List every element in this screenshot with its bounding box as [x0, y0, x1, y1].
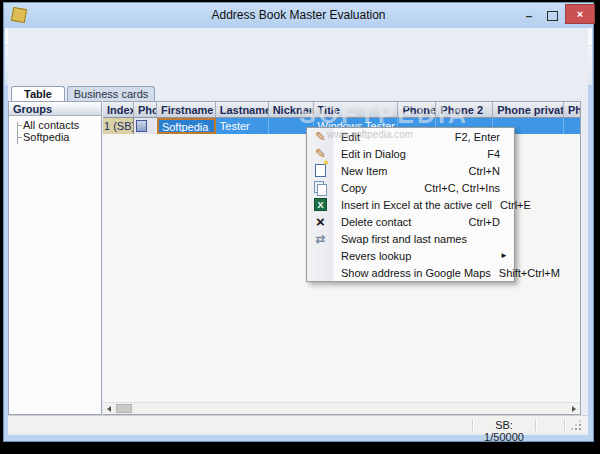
excel-icon: X [314, 198, 327, 211]
context-menu-item[interactable]: X Insert in Excel at the active cell Ctr… [307, 196, 514, 213]
submenu-arrow-icon: ► [500, 251, 508, 260]
context-menu: Edit F2, Enter Edit in Dialog F4 New Ite… [306, 127, 515, 282]
cell-firstname-selected[interactable]: Softpedia [157, 118, 216, 134]
groups-tree: All contactsSoftpedia [9, 116, 101, 143]
context-menu-item[interactable]: Revers lookup ► [307, 247, 514, 264]
horizontal-scrollbar[interactable] [103, 402, 580, 414]
minimize-button[interactable]: – [520, 9, 538, 23]
column-header-nickname[interactable]: Nickname [269, 102, 314, 117]
scroll-left-icon [107, 406, 111, 412]
statusbar-divider [564, 419, 566, 431]
maximize-button[interactable] [543, 9, 561, 23]
contact-photo-icon [136, 120, 147, 132]
window-title: Address Book Master Evaluation [4, 8, 593, 22]
edit-icon [315, 129, 326, 144]
column-header-phone2[interactable]: Phone 2 [436, 102, 493, 117]
column-header-index[interactable]: Index [103, 102, 134, 117]
scroll-right-button[interactable] [568, 403, 580, 414]
group-item-all-contacts[interactable]: All contacts [9, 120, 101, 131]
context-menu-item[interactable]: Show address in Google Maps Shift+Ctrl+M [307, 264, 514, 281]
cell-photo[interactable] [134, 118, 157, 134]
column-header-firstname[interactable]: Firstname [157, 102, 216, 117]
app-window: Address Book Master Evaluation – × FileE… [3, 2, 594, 442]
statusbar-divider [535, 419, 537, 431]
groups-panel: Groups All contactsSoftpedia [8, 101, 102, 415]
column-header-photo[interactable]: Pho [134, 102, 157, 117]
cell-phone-more[interactable] [564, 118, 580, 134]
group-item-softpedia[interactable]: Softpedia [9, 132, 101, 143]
titlebar: Address Book Master Evaluation – × [4, 3, 593, 28]
resize-grip[interactable] [571, 420, 581, 430]
column-header-phone[interactable]: Phone [398, 102, 436, 117]
scroll-left-button[interactable] [103, 403, 115, 414]
tab-business-cards[interactable]: Business cards [67, 86, 155, 101]
context-menu-item[interactable]: Copy Ctrl+C, Ctrl+Ins [307, 179, 514, 196]
delete-icon [316, 213, 325, 230]
screen: Address Book Master Evaluation – × FileE… [0, 0, 600, 454]
context-menu-item[interactable]: New Item Ctrl+N [307, 162, 514, 179]
column-header-phone-more[interactable]: Pho [564, 102, 580, 117]
maximize-icon [547, 11, 558, 21]
statusbar-divider [472, 419, 474, 431]
column-header-lastname[interactable]: Lastname [216, 102, 269, 117]
new-item-icon [315, 164, 326, 177]
cell-lastname[interactable]: Tester [216, 118, 269, 134]
scroll-right-icon [572, 406, 576, 412]
groups-panel-header: Groups [9, 102, 101, 116]
record-indicator: SB: 1/50000 [476, 419, 532, 443]
scrollbar-thumb[interactable] [116, 404, 132, 413]
swap-icon [315, 232, 325, 246]
close-button[interactable]: × [565, 4, 595, 24]
context-menu-item[interactable]: Swap first and last names [307, 230, 514, 247]
tab-table[interactable]: Table [11, 86, 65, 101]
column-header-phone-private[interactable]: Phone private [493, 102, 564, 117]
copy-mi [314, 181, 327, 195]
statusbar: SB: 1/50000 [8, 415, 588, 433]
cell-index[interactable]: 1 (SB) [103, 118, 134, 134]
context-menu-item[interactable]: Edit F2, Enter [307, 128, 514, 145]
context-menu-item[interactable]: Edit in Dialog F4 [307, 145, 514, 162]
table-header-row: Index Pho Firstname Lastname Nickname Ti… [103, 102, 580, 118]
context-menu-item[interactable]: Delete contact Ctrl+D [307, 213, 514, 230]
column-header-title[interactable]: Title [314, 102, 399, 117]
